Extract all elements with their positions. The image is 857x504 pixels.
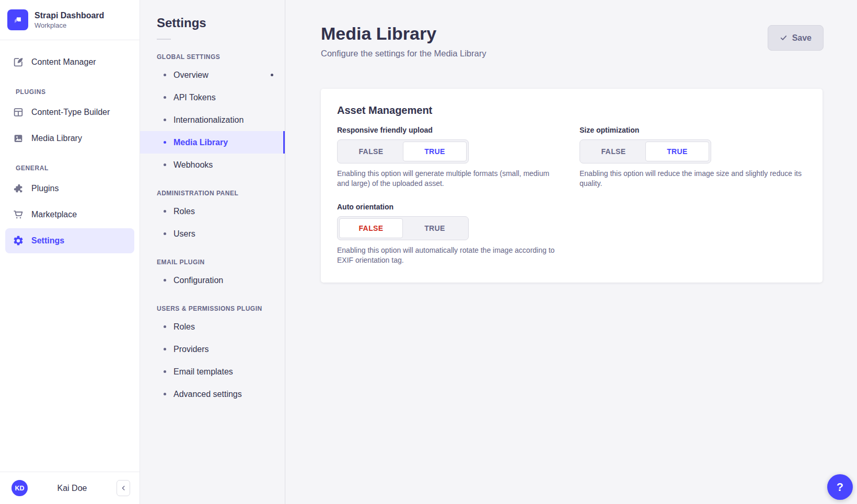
bullet-dot-icon: [164, 74, 166, 76]
main-sidebar: Strapi Dashboard Workplace Content Manag…: [0, 0, 140, 504]
app-window: Strapi Dashboard Workplace Content Manag…: [0, 0, 857, 504]
page-title: Media Library: [321, 24, 486, 43]
subnav-item-label: Email templates: [173, 367, 233, 377]
save-button-label: Save: [792, 33, 812, 43]
subnav-item-label: Users: [173, 229, 195, 239]
toggle-option-true[interactable]: TRUE: [403, 142, 467, 161]
sidebar-item-content-type-builder[interactable]: Content-Type Builder: [5, 100, 134, 125]
auto-orientation-toggle: FALSE TRUE: [337, 216, 469, 240]
size-optimization-toggle: FALSE TRUE: [580, 139, 711, 163]
toggle-option-false[interactable]: FALSE: [339, 218, 403, 238]
subnav-item-label: Overview: [173, 71, 209, 80]
user-name: Kai Doe: [33, 484, 111, 493]
edit-icon: [13, 56, 24, 68]
sidebar-section-general: GENERAL: [16, 165, 127, 172]
brand-workspace: Workplace: [34, 21, 104, 29]
check-icon: [780, 34, 787, 42]
subnav-item-label: Media Library: [173, 138, 228, 147]
toggle-option-false[interactable]: FALSE: [582, 142, 645, 161]
sidebar-item-label: Settings: [31, 236, 64, 245]
bullet-dot-icon: [164, 279, 166, 282]
asset-management-card: Asset Management Responsive friendly upl…: [321, 89, 823, 283]
subnav-item-overview[interactable]: Overview: [140, 64, 285, 86]
bullet-dot-icon: [164, 393, 166, 395]
field-label: Size optimization: [580, 126, 814, 134]
subnav-section-global-settings: GLOBAL SETTINGS: [157, 53, 272, 61]
responsive-friendly-upload-toggle: FALSE TRUE: [337, 139, 469, 163]
fields-grid: Responsive friendly upload FALSE TRUE En…: [337, 126, 806, 265]
notification-dot-icon: [271, 74, 273, 76]
question-mark-icon: ?: [837, 480, 843, 494]
chevron-left-icon: [120, 485, 127, 491]
subnav-item-media-library[interactable]: Media Library: [140, 131, 285, 154]
avatar[interactable]: KD: [11, 480, 28, 496]
sidebar-section-plugins: PLUGINS: [16, 88, 127, 96]
sidebar-item-content-manager[interactable]: Content Manager: [5, 50, 134, 75]
bullet-dot-icon: [164, 141, 166, 144]
field-hint: Enabling this option will generate multi…: [337, 169, 562, 188]
help-button[interactable]: ?: [827, 474, 853, 500]
collapse-sidebar-button[interactable]: [117, 480, 130, 496]
sidebar-item-settings[interactable]: Settings: [5, 228, 134, 253]
strapi-logo-icon: [7, 9, 28, 30]
settings-subnav: Settings GLOBAL SETTINGS Overview API To…: [140, 0, 285, 504]
sidebar-item-marketplace[interactable]: Marketplace: [5, 202, 134, 227]
sidebar-item-label: Media Library: [31, 134, 82, 143]
subnav-item-label: Internationalization: [173, 115, 244, 125]
subnav-item-label: Configuration: [173, 276, 223, 285]
sidebar-item-plugins[interactable]: Plugins: [5, 176, 134, 201]
bullet-dot-icon: [164, 325, 166, 328]
field-size-optimization: Size optimization FALSE TRUE Enabling th…: [580, 126, 814, 188]
subnav-item-providers[interactable]: Providers: [140, 338, 285, 360]
puzzle-icon: [13, 183, 24, 194]
brand-title: Strapi Dashboard: [34, 10, 104, 20]
field-label: Responsive friendly upload: [337, 126, 571, 134]
bullet-dot-icon: [164, 370, 166, 373]
bullet-dot-icon: [164, 232, 166, 235]
subnav-item-admin-users[interactable]: Users: [140, 222, 285, 245]
subnav-title: Settings: [157, 16, 272, 30]
sidebar-item-label: Plugins: [31, 184, 59, 193]
subnav-item-internationalization[interactable]: Internationalization: [140, 109, 285, 131]
gear-icon: [13, 235, 24, 247]
subnav-section-users-permissions-plugin: USERS & PERMISSIONS PLUGIN: [157, 305, 272, 312]
image-icon: [13, 133, 24, 144]
subnav-item-up-roles[interactable]: Roles: [140, 315, 285, 338]
sidebar-footer: KD Kai Doe: [0, 472, 140, 504]
bullet-dot-icon: [164, 348, 166, 350]
field-hint: Enabling this option will automatically …: [337, 245, 562, 265]
field-hint: Enabling this option will reduce the ima…: [580, 169, 804, 188]
field-label: Auto orientation: [337, 203, 571, 211]
subnav-item-label: Webhooks: [173, 160, 213, 170]
subnav-item-label: Roles: [173, 322, 195, 332]
field-responsive-friendly-upload: Responsive friendly upload FALSE TRUE En…: [337, 126, 571, 188]
card-heading: Asset Management: [337, 104, 806, 116]
bullet-dot-icon: [164, 163, 166, 166]
sidebar-item-media-library[interactable]: Media Library: [5, 126, 134, 151]
bullet-dot-icon: [164, 96, 166, 99]
sidebar-item-label: Content Manager: [31, 57, 96, 67]
brand-home-link[interactable]: Strapi Dashboard Workplace: [0, 0, 140, 40]
toggle-option-false[interactable]: FALSE: [339, 142, 403, 161]
field-auto-orientation: Auto orientation FALSE TRUE Enabling thi…: [337, 203, 571, 265]
subnav-item-admin-roles[interactable]: Roles: [140, 200, 285, 222]
subnav-title-divider: [157, 39, 171, 40]
main-content: Media Library Configure the settings for…: [285, 0, 857, 504]
subnav-item-api-tokens[interactable]: API Tokens: [140, 86, 285, 109]
subnav-item-advanced-settings[interactable]: Advanced settings: [140, 383, 285, 405]
sidebar-item-label: Marketplace: [31, 210, 77, 219]
bullet-dot-icon: [164, 119, 166, 121]
subnav-item-label: Providers: [173, 345, 209, 354]
subnav-item-webhooks[interactable]: Webhooks: [140, 154, 285, 176]
subnav-section-administration-panel: ADMINISTRATION PANEL: [157, 190, 272, 197]
bullet-dot-icon: [164, 210, 166, 213]
page-subtitle: Configure the settings for the Media Lib…: [321, 49, 486, 58]
subnav-item-label: API Tokens: [173, 93, 216, 102]
toggle-option-true[interactable]: TRUE: [645, 142, 709, 161]
subnav-item-email-templates[interactable]: Email templates: [140, 360, 285, 383]
subnav-item-email-configuration[interactable]: Configuration: [140, 269, 285, 291]
save-button[interactable]: Save: [768, 25, 824, 51]
subnav-item-label: Advanced settings: [173, 390, 242, 399]
toggle-option-true[interactable]: TRUE: [403, 218, 467, 238]
subnav-section-email-plugin: EMAIL PLUGIN: [157, 259, 272, 266]
